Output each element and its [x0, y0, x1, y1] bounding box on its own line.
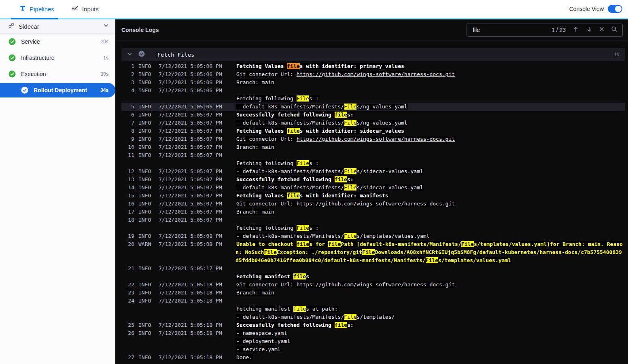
- log-message-cell: - default-k8s-manifests/Manifests/Files/…: [236, 119, 625, 127]
- log-timestamp: 7/12/2021 5:05:18 PM: [159, 353, 236, 362]
- log-message-cell: - default-k8s-manifests/Manifests/Files/…: [236, 167, 625, 176]
- log-row: 21INFO7/12/2021 5:05:17 PM: [121, 265, 625, 273]
- pipelines-icon: [19, 5, 26, 13]
- chevron-down-icon[interactable]: [103, 23, 109, 30]
- log-message-cell: Fetching following Files :: [236, 95, 625, 103]
- search-match: file: [287, 128, 299, 134]
- step-list: Service20sInfrastructure1sExecution39sRo…: [0, 34, 115, 98]
- log-timestamp: 7/12/2021 5:05:08 PM: [159, 240, 236, 265]
- log-row: Fetching manifest files at path:: [121, 305, 625, 313]
- log-line-number: 27: [121, 353, 134, 362]
- log-message: Fetching manifest files: [236, 273, 310, 279]
- log-row: 25INFO7/12/2021 5:05:18 PMSuccessfully f…: [121, 321, 625, 329]
- sidebar-item-service[interactable]: Service20s: [0, 34, 115, 50]
- log-message-cell: Successfully fetched following files:: [236, 111, 625, 119]
- sidebar-item-rollout-deployment[interactable]: Rollout Deployment34s: [0, 83, 115, 97]
- log-level: [138, 313, 159, 321]
- search-match: file: [335, 176, 347, 182]
- log-timestamp: 7/12/2021 5:05:18 PM: [159, 281, 236, 289]
- log-level: INFO: [138, 353, 159, 362]
- previous-match-button[interactable]: [573, 26, 579, 34]
- log-message: Git connector Url: https://github.com/wi…: [236, 281, 456, 288]
- log-link[interactable]: https://github.com/wings-software/harnes…: [297, 136, 455, 142]
- log-level: INFO: [138, 62, 159, 70]
- console-view-toggle[interactable]: [608, 5, 622, 13]
- log-row: 15INFO7/12/2021 5:05:07 PMFetching Value…: [121, 192, 625, 200]
- tab-pipelines[interactable]: Pipelines: [19, 5, 54, 13]
- log-line-number: 14: [121, 184, 134, 192]
- success-check-icon: [8, 70, 16, 78]
- step-success-icon: [138, 51, 145, 59]
- log-line-number: 24: [121, 297, 134, 305]
- log-row: 4INFO7/12/2021 5:05:06 PM: [121, 87, 625, 95]
- log-message-cell: - default-k8s-manifests/Manifests/Files/…: [236, 103, 625, 111]
- log-line-number: 5: [121, 103, 134, 111]
- log-group-header[interactable]: Fetch Files 1s: [121, 48, 625, 61]
- log-message: - deployment.yaml: [236, 338, 291, 344]
- tab-inputs[interactable]: Inputs: [71, 5, 99, 13]
- log-message: Successfully fetched following files:: [236, 112, 354, 118]
- arrow-up-icon: [573, 26, 579, 34]
- next-match-button[interactable]: [586, 26, 592, 34]
- log-message: - default-k8s-manifests/Manifests/Files/…: [236, 314, 395, 320]
- log-level: INFO: [138, 297, 159, 305]
- log-level: INFO: [138, 78, 159, 87]
- clear-search-button[interactable]: [599, 27, 604, 33]
- step-label: Infrastructure: [21, 55, 54, 61]
- log-message-cell: Git connector Url: https://github.com/wi…: [236, 135, 625, 143]
- log-row: - default-k8s-manifests/Manifests/Files/…: [121, 313, 625, 321]
- log-row: Fetching following Files :: [121, 159, 625, 167]
- log-message: Fetching Values files with identifier: p…: [236, 63, 405, 69]
- step-duration: 34s: [100, 87, 108, 93]
- log-timestamp: [159, 313, 236, 321]
- log-link[interactable]: https://github.com/wings-software/harnes…: [297, 281, 455, 288]
- log-link[interactable]: https://github.com/wings-software/harnes…: [297, 71, 455, 77]
- log-line-number: 3: [121, 78, 134, 87]
- tab-underline: [0, 18, 628, 19]
- log-message: - default-k8s-manifests/Manifests/Files/…: [236, 104, 408, 110]
- log-message-cell: Fetching Values files with identifier: p…: [236, 62, 625, 70]
- log-timestamp: [159, 305, 236, 313]
- search-match-current: file: [287, 63, 299, 69]
- step-duration: 39s: [101, 71, 108, 77]
- log-level: INFO: [138, 103, 159, 111]
- log-row: 26INFO7/12/2021 5:05:18 PM- namespace.ya…: [121, 329, 625, 337]
- log-level: INFO: [138, 70, 159, 78]
- log-message: Branch: main: [236, 290, 275, 296]
- log-row: 23INFO7/12/2021 5:05:18 PMBranch: main: [121, 289, 625, 297]
- log-message: Fetching following Files :: [236, 160, 320, 166]
- success-check-icon: [8, 38, 16, 45]
- sidecar-stage-icon: [8, 22, 15, 30]
- log-message: - namespace.yaml: [236, 330, 288, 336]
- log-line-number: 4: [121, 87, 134, 95]
- log-row: 19INFO7/12/2021 5:05:08 PM- default-k8s-…: [121, 232, 625, 240]
- log-timestamp: [159, 95, 236, 103]
- log-row: 24INFO7/12/2021 5:05:18 PM: [121, 297, 625, 305]
- sidebar-item-infrastructure[interactable]: Infrastructure1s: [0, 50, 115, 66]
- search-button[interactable]: [611, 26, 617, 34]
- log-line-number: [121, 337, 134, 345]
- log-message: Git connector Url: https://github.com/wi…: [236, 71, 456, 77]
- log-timestamp: 7/12/2021 5:05:07 PM: [159, 200, 236, 208]
- log-row: Fetching following Files :: [121, 224, 625, 232]
- log-timestamp: 7/12/2021 5:05:06 PM: [159, 103, 236, 111]
- log-row: 12INFO7/12/2021 5:05:07 PM- default-k8s-…: [121, 167, 625, 176]
- search-match: file: [287, 193, 299, 199]
- log-timestamp: 7/12/2021 5:05:06 PM: [159, 87, 236, 95]
- sidebar-item-execution[interactable]: Execution39s: [0, 66, 115, 82]
- log-timestamp: 7/12/2021 5:05:07 PM: [159, 167, 236, 176]
- log-message-cell: Fetching Values files with identifier: s…: [236, 127, 625, 135]
- log-message-cell: Branch: main: [236, 289, 625, 297]
- log-level: [138, 224, 159, 232]
- log-level: INFO: [138, 289, 159, 297]
- search-input[interactable]: [472, 26, 545, 34]
- stage-header[interactable]: Sidecar: [0, 19, 115, 34]
- log-line-number: 10: [121, 143, 134, 151]
- log-link[interactable]: https://github.com/wings-software/harnes…: [297, 201, 455, 207]
- log-timestamp: 7/12/2021 5:05:17 PM: [159, 265, 236, 273]
- log-message-cell: Git connector Url: https://github.com/wi…: [236, 70, 625, 78]
- collapse-chevron-icon[interactable]: [127, 51, 132, 58]
- search-box: 1 / 23: [467, 23, 623, 37]
- log-line-number: 11: [121, 151, 134, 159]
- log-row: 6INFO7/12/2021 5:05:07 PMSuccessfully fe…: [121, 111, 625, 119]
